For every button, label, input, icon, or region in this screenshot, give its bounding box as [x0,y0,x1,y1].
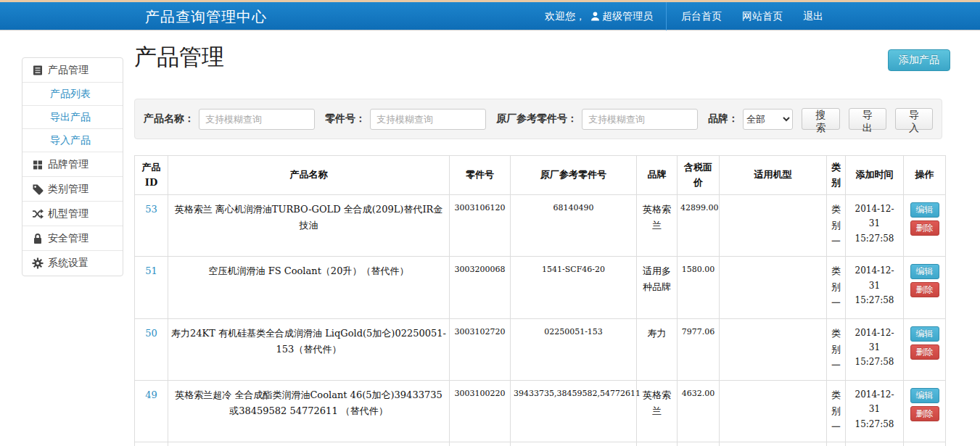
table-row: 47 寿力24KT 有机硅基类全合成润滑油 LiqGold(55加仑)02250… [135,442,946,446]
added-time-cell: 2014-12-31 15:27:58 [846,442,904,446]
category-cell: 类别一 [827,318,846,380]
brand-cell: 英格索兰 [637,380,678,442]
edit-button[interactable]: 编辑 [910,202,939,218]
price-cell: 7977.06 [678,318,720,380]
sidebar-item-export-products[interactable]: 导出产品 [22,106,123,129]
actions-cell: 编辑 删除 [904,380,946,442]
gear-icon [32,257,44,269]
sidebar-item-brand-management[interactable]: 品牌管理 [22,152,123,177]
part-no-cell: 3003200068 [450,257,511,318]
delete-button[interactable]: 删除 [910,406,939,421]
product-id-link[interactable]: 53 [145,204,157,215]
table-row: 51 空压机润滑油 FS Coolant（20升）（替代件） 300320006… [135,257,946,318]
sidebar: 产品管理 产品列表 导出产品 导入产品 品牌管理 类别管理 机型管理 [22,57,123,276]
sidebar-item-system-settings[interactable]: 系统设置 [22,251,123,276]
category-cell: 类别一 [827,380,846,442]
col-header-product-id: 产品ID [135,156,168,195]
list-icon [32,65,44,76]
col-header-actions: 操作 [904,156,946,195]
tag-icon [32,183,44,195]
product-name-label: 产品名称： [144,112,194,125]
delete-button[interactable]: 删除 [910,282,939,297]
page-head: 产品管理 添加产品 [134,30,950,73]
welcome-text: 欢迎您， 超级管理员 [545,2,666,30]
col-header-part-no: 零件号 [450,156,511,195]
edit-button[interactable]: 编辑 [910,326,939,342]
filter-bar: 产品名称： 零件号： 原厂参考零件号： 品牌： 全部 搜索 导出 导入 [134,99,942,139]
added-time-cell: 2014-12-31 15:27:58 [846,380,904,442]
oem-part-no-input[interactable] [582,109,698,130]
add-product-button[interactable]: 添加产品 [888,49,950,71]
price-cell: 1580.00 [678,257,720,318]
sidebar-item-label: 产品管理 [48,64,88,77]
search-button[interactable]: 搜索 [802,108,839,130]
table-header-row: 产品ID 产品名称 零件号 原厂参考零件号 品牌 含税面价 适用机型 类别 添加… [135,156,946,195]
sidebar-item-label: 机型管理 [48,207,88,220]
brand-cell: 英格索兰 [637,195,678,257]
category-cell: 类别一 [827,442,846,446]
edit-button[interactable]: 编辑 [910,388,939,403]
col-header-added-time: 添加时间 [846,156,904,195]
part-no-cell: 3003102820 [450,442,511,446]
product-name-input[interactable] [199,109,315,130]
sidebar-item-category-management[interactable]: 类别管理 [22,177,123,202]
product-name-cell: 空压机润滑油 FS Coolant（20升）（替代件） [168,257,450,318]
col-header-category: 类别 [827,156,846,195]
price-cell: 42899.00 [678,195,720,257]
sidebar-item-product-management[interactable]: 产品管理 [22,58,123,83]
sidebar-item-import-products[interactable]: 导入产品 [22,129,123,152]
col-header-product-name: 产品名称 [168,156,450,195]
delete-button[interactable]: 删除 [910,220,939,236]
models-cell [720,195,827,257]
product-id-link[interactable]: 51 [145,265,157,276]
col-header-brand: 品牌 [637,156,678,195]
shuffle-icon [32,208,44,220]
product-id-link[interactable]: 49 [145,389,157,400]
models-cell [720,318,827,380]
oem-part-no-cell: 39433735,38459582,54772611 [511,380,637,442]
product-name-cell: 寿力24KT 有机硅基类全合成润滑油 LiqGold(55加仑)02250051… [168,442,450,446]
sidebar-item-security-management[interactable]: 安全管理 [22,226,123,251]
product-name-cell: 英格索兰超冷 全合成酯类润滑油Coolant 46(5加仑)39433735或3… [168,380,450,442]
nav-site-home[interactable]: 网站首页 [742,10,783,23]
product-id-link[interactable]: 50 [145,328,157,339]
sidebar-item-model-management[interactable]: 机型管理 [22,202,123,226]
brand-cell: 寿力 [637,318,678,380]
oem-part-no-label: 原厂参考零件号： [496,112,577,125]
welcome-label: 欢迎您， [545,10,585,23]
sidebar-item-product-list[interactable]: 产品列表 [22,83,123,106]
import-button[interactable]: 导入 [895,108,933,130]
nav-backend-home[interactable]: 后台首页 [681,10,722,23]
table-row: 50 寿力24KT 有机硅基类全合成润滑油 LiqGold(5加仑)022500… [135,318,946,380]
col-header-oem-part-no: 原厂参考零件号 [511,156,637,195]
part-no-cell: 3003100220 [450,380,511,442]
sidebar-item-label: 系统设置 [48,257,88,270]
username: 超级管理员 [602,10,653,23]
sidebar-item-label: 产品列表 [50,88,91,101]
products-table: 产品ID 产品名称 零件号 原厂参考零件号 品牌 含税面价 适用机型 类别 添加… [134,155,946,446]
part-no-input[interactable] [370,109,486,130]
delete-button[interactable]: 删除 [910,344,939,360]
lock-icon [32,233,44,244]
added-time-cell: 2014-12-31 15:27:58 [846,195,904,257]
actions-cell: 编辑 删除 [904,195,946,257]
price-cell: 87205.00 [678,442,720,446]
sidebar-item-label: 导入产品 [50,134,91,147]
main-content: 产品管理 添加产品 产品名称： 零件号： 原厂参考零件号： 品牌： 全部 搜索 … [134,30,950,446]
export-button[interactable]: 导出 [849,108,886,130]
actions-cell: 编辑 删除 [904,318,946,380]
part-no-cell: 3003102720 [450,318,511,380]
added-time-cell: 2014-12-31 15:27:58 [846,257,904,318]
actions-cell: 编辑 删除 [904,442,946,446]
sidebar-item-label: 安全管理 [48,232,88,245]
edit-button[interactable]: 编辑 [910,264,939,279]
app-title: 产品查询管理中心 [145,7,267,27]
category-cell: 类别一 [827,257,846,318]
nav-logout[interactable]: 退出 [803,10,823,23]
oem-part-no-cell: 1541-SCF46-20 [511,257,637,318]
user-icon [590,11,601,22]
brand-select[interactable]: 全部 [743,109,793,130]
models-cell [720,257,827,318]
page-title: 产品管理 [134,42,224,73]
added-time-cell: 2014-12-31 15:27:58 [846,318,904,380]
